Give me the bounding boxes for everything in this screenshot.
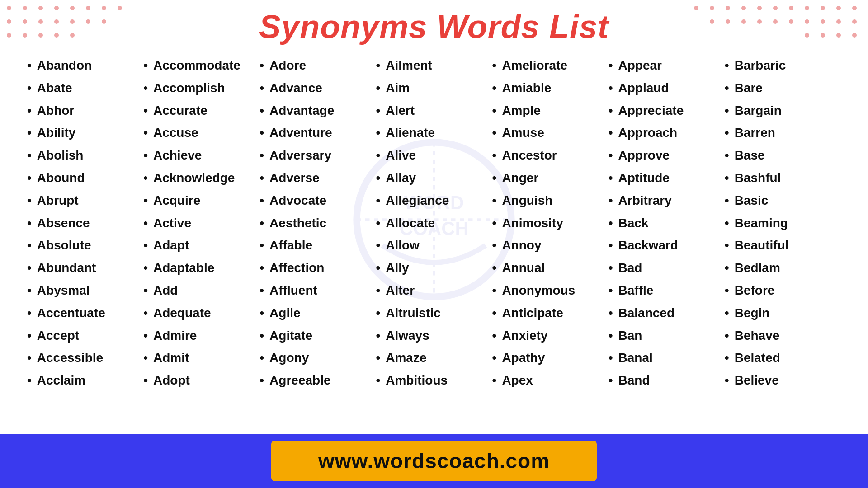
word-text: Arbitrary	[618, 192, 672, 209]
bullet: •	[143, 147, 148, 164]
bullet: •	[609, 327, 613, 344]
bullet: •	[609, 192, 613, 209]
bullet: •	[259, 215, 264, 232]
bullet: •	[143, 57, 148, 74]
word-text: Adapt	[153, 237, 189, 254]
word-text: Approve	[618, 147, 670, 164]
word-text: Anguish	[502, 192, 552, 209]
word-text: Agreeable	[269, 372, 330, 389]
list-item: •Acclaim	[27, 369, 143, 392]
word-text: Accentuate	[37, 305, 105, 322]
bullet: •	[725, 237, 729, 254]
word-text: Abate	[37, 80, 72, 97]
word-text: Affluent	[269, 282, 317, 299]
list-item: •Barbaric	[725, 54, 841, 77]
bullet: •	[143, 349, 148, 366]
list-item: •Add	[143, 279, 259, 302]
list-item: •Abound	[27, 167, 143, 189]
bullet: •	[27, 147, 32, 164]
list-item: •Adopt	[143, 369, 259, 392]
list-item: •Apex	[492, 369, 609, 392]
word-text: Basic	[735, 192, 769, 209]
list-item: •Base	[725, 144, 841, 167]
list-item: •Accurate	[143, 99, 259, 122]
list-item: •Affluent	[259, 279, 376, 302]
bullet: •	[376, 349, 380, 366]
bullet: •	[259, 237, 264, 254]
list-item: •Advocate	[259, 189, 376, 212]
page-title: Synonyms Words List	[0, 0, 868, 50]
bullet: •	[259, 124, 264, 141]
bullet: •	[492, 215, 497, 232]
list-item: •Bare	[725, 77, 841, 99]
word-text: Amuse	[502, 124, 544, 141]
word-text: Abysmal	[37, 282, 90, 299]
bullet: •	[609, 147, 613, 164]
word-text: Beautiful	[735, 237, 789, 254]
word-text: Affable	[269, 237, 312, 254]
word-text: Abundant	[37, 259, 96, 277]
word-text: Acclaim	[37, 372, 85, 389]
word-text: Agony	[269, 349, 309, 366]
list-item: •Animosity	[492, 212, 609, 235]
word-text: Apex	[502, 372, 533, 389]
bullet: •	[725, 305, 729, 322]
word-list-area: WORD COACH •Abandon•Abate•Abhor•Ability•…	[0, 50, 868, 392]
bullet: •	[492, 124, 497, 141]
list-item: •Anguish	[492, 189, 609, 212]
word-text: Abound	[37, 169, 85, 187]
bullet: •	[27, 259, 32, 277]
word-text: Bad	[618, 259, 642, 277]
bullet: •	[492, 57, 497, 74]
word-text: Advance	[269, 80, 322, 97]
word-text: Alert	[386, 102, 415, 119]
list-item: •Alter	[376, 279, 492, 302]
website-url: www.wordscoach.com	[318, 449, 550, 473]
list-item: •Adaptable	[143, 257, 259, 279]
bullet: •	[143, 327, 148, 344]
bullet: •	[27, 282, 32, 299]
list-item: •Advance	[259, 77, 376, 99]
list-item: •Appreciate	[609, 99, 725, 122]
word-text: Aptitude	[618, 169, 670, 187]
word-text: Banal	[618, 349, 653, 366]
list-item: •Accomplish	[143, 77, 259, 99]
list-item: •Ancestor	[492, 144, 609, 167]
list-item: •Bashful	[725, 167, 841, 189]
list-item: •Admit	[143, 347, 259, 369]
bullet: •	[143, 192, 148, 209]
bullet: •	[376, 169, 380, 187]
list-item: •Allocate	[376, 212, 492, 235]
word-text: Admire	[153, 327, 197, 344]
word-text: Accept	[37, 327, 79, 344]
word-text: Absence	[37, 215, 90, 232]
list-item: •Barren	[725, 122, 841, 144]
word-text: Absolute	[37, 237, 91, 254]
bullet: •	[609, 124, 613, 141]
bullet: •	[609, 259, 613, 277]
list-item: •Banal	[609, 347, 725, 369]
bullet: •	[259, 102, 264, 119]
bullet: •	[376, 147, 380, 164]
bullet: •	[376, 102, 380, 119]
word-text: Anticipate	[502, 305, 563, 322]
word-text: Aesthetic	[269, 215, 326, 232]
bullet: •	[725, 349, 729, 366]
list-item: •Amuse	[492, 122, 609, 144]
list-item: •Alive	[376, 144, 492, 167]
list-item: •Accuse	[143, 122, 259, 144]
bullet: •	[492, 305, 497, 322]
word-text: Allay	[386, 169, 416, 187]
word-column-4: •Ailment•Aim•Alert•Alienate•Alive•Allay•…	[376, 54, 492, 392]
bullet: •	[492, 237, 497, 254]
word-text: Abrupt	[37, 192, 79, 209]
list-item: •Abolish	[27, 144, 143, 167]
bullet: •	[27, 192, 32, 209]
bullet: •	[725, 102, 729, 119]
bullet: •	[376, 305, 380, 322]
list-item: •Ailment	[376, 54, 492, 77]
word-text: Ban	[618, 327, 642, 344]
word-text: Barren	[735, 124, 775, 141]
list-item: •Amaze	[376, 347, 492, 369]
list-item: •Ability	[27, 122, 143, 144]
